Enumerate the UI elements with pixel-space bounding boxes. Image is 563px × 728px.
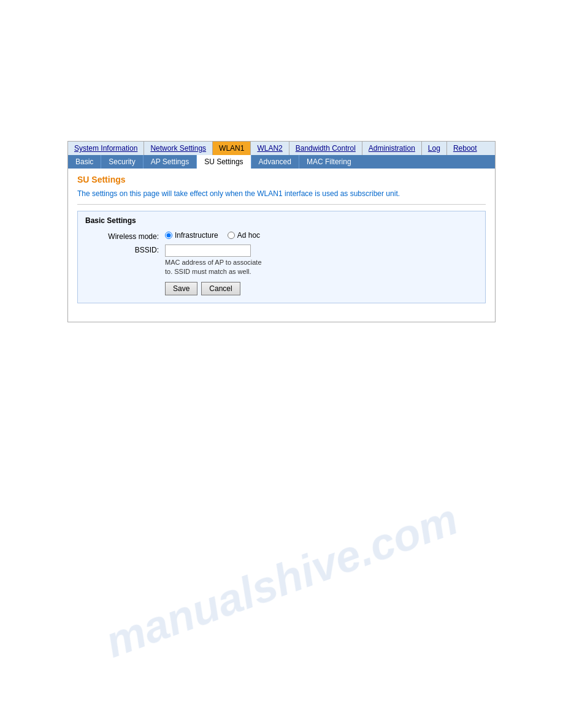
bssid-input[interactable] <box>165 245 251 257</box>
save-button[interactable]: Save <box>165 282 197 295</box>
sub-nav-item-su-settings[interactable]: SU Settings <box>197 155 251 169</box>
top-nav: System InformationNetwork SettingsWLAN1W… <box>67 141 496 155</box>
top-nav-item-bandwidth-control[interactable]: Bandwidth Control <box>289 142 362 155</box>
sub-nav-item-security[interactable]: Security <box>101 155 143 169</box>
adhoc-label: Ad hoc <box>237 231 260 240</box>
bssid-label: BSSID: <box>85 245 165 254</box>
wireless-mode-radio-group: Infrastructure Ad hoc <box>165 231 260 240</box>
wireless-mode-row: Wireless mode: Infrastructure Ad hoc <box>85 231 478 241</box>
cancel-button[interactable]: Cancel <box>201 282 240 295</box>
adhoc-option[interactable]: Ad hoc <box>228 231 260 240</box>
content-area: SU Settings The settings on this page wi… <box>67 169 496 322</box>
infrastructure-label: Infrastructure <box>175 231 218 240</box>
adhoc-radio[interactable] <box>228 232 235 239</box>
top-nav-item-wlan1[interactable]: WLAN1 <box>213 142 251 155</box>
wireless-mode-label: Wireless mode: <box>85 231 165 241</box>
infrastructure-radio[interactable] <box>165 232 172 239</box>
sub-nav: BasicSecurityAP SettingsSU SettingsAdvan… <box>67 155 496 169</box>
info-text: The settings on this page will take effe… <box>77 189 486 198</box>
bssid-help: MAC address of AP to associate to. SSID … <box>165 258 262 277</box>
top-nav-item-reboot[interactable]: Reboot <box>447 142 483 155</box>
top-nav-item-log[interactable]: Log <box>422 142 447 155</box>
basic-settings-section: Basic Settings Wireless mode: Infrastruc… <box>77 211 486 303</box>
sub-nav-item-ap-settings[interactable]: AP Settings <box>144 155 197 169</box>
button-row: Save Cancel <box>85 282 478 295</box>
page-wrapper: System InformationNetwork SettingsWLAN1W… <box>0 0 563 322</box>
page-title: SU Settings <box>77 175 486 184</box>
watermark: manualshive.com <box>99 493 464 667</box>
wireless-mode-control: Infrastructure Ad hoc <box>165 231 478 240</box>
sub-nav-item-advanced[interactable]: Advanced <box>251 155 299 169</box>
section-divider <box>77 204 486 205</box>
section-title: Basic Settings <box>85 216 478 225</box>
bssid-control: MAC address of AP to associate to. SSID … <box>165 245 478 277</box>
infrastructure-option[interactable]: Infrastructure <box>165 231 218 240</box>
sub-nav-item-mac-filtering[interactable]: MAC Filtering <box>299 155 359 169</box>
top-nav-item-network-settings[interactable]: Network Settings <box>144 142 213 155</box>
bssid-help-line1: MAC address of AP to associate <box>165 259 262 266</box>
top-nav-item-wlan2[interactable]: WLAN2 <box>251 142 289 155</box>
top-nav-item-system-information[interactable]: System Information <box>68 142 144 155</box>
top-nav-item-administration[interactable]: Administration <box>362 142 422 155</box>
sub-nav-item-basic[interactable]: Basic <box>68 155 101 169</box>
bssid-help-line2: to. SSID must match as well. <box>165 268 251 275</box>
bssid-row: BSSID: MAC address of AP to associate to… <box>85 245 478 277</box>
